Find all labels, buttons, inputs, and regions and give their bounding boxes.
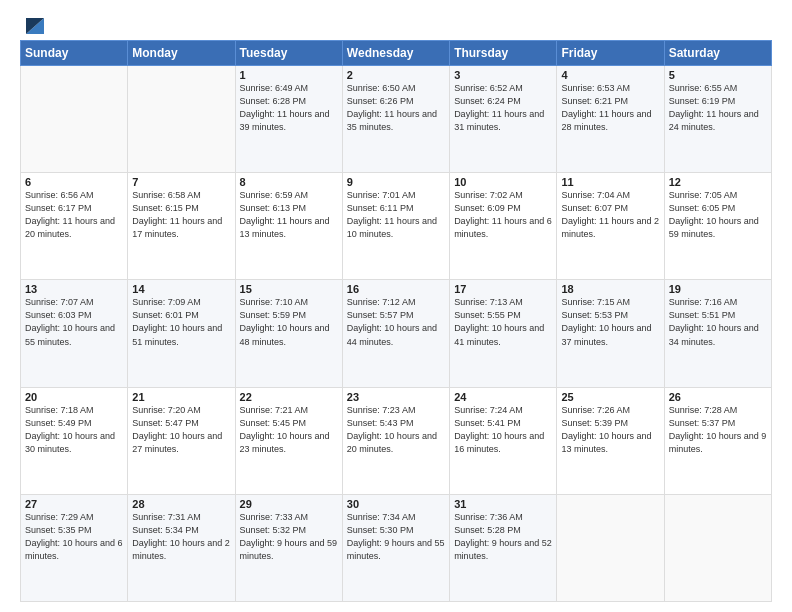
calendar-cell <box>557 494 664 601</box>
header <box>20 16 772 30</box>
col-header-sunday: Sunday <box>21 41 128 66</box>
day-number: 29 <box>240 498 338 510</box>
calendar-cell: 3Sunrise: 6:52 AMSunset: 6:24 PMDaylight… <box>450 66 557 173</box>
day-number: 15 <box>240 283 338 295</box>
day-number: 26 <box>669 391 767 403</box>
day-info: Sunrise: 6:50 AMSunset: 6:26 PMDaylight:… <box>347 82 445 134</box>
day-info: Sunrise: 7:31 AMSunset: 5:34 PMDaylight:… <box>132 511 230 563</box>
calendar-cell: 7Sunrise: 6:58 AMSunset: 6:15 PMDaylight… <box>128 173 235 280</box>
calendar-cell: 13Sunrise: 7:07 AMSunset: 6:03 PMDayligh… <box>21 280 128 387</box>
col-header-friday: Friday <box>557 41 664 66</box>
day-number: 2 <box>347 69 445 81</box>
day-info: Sunrise: 7:29 AMSunset: 5:35 PMDaylight:… <box>25 511 123 563</box>
calendar-cell: 14Sunrise: 7:09 AMSunset: 6:01 PMDayligh… <box>128 280 235 387</box>
calendar-cell: 2Sunrise: 6:50 AMSunset: 6:26 PMDaylight… <box>342 66 449 173</box>
calendar-cell: 30Sunrise: 7:34 AMSunset: 5:30 PMDayligh… <box>342 494 449 601</box>
calendar-cell: 21Sunrise: 7:20 AMSunset: 5:47 PMDayligh… <box>128 387 235 494</box>
calendar-cell: 12Sunrise: 7:05 AMSunset: 6:05 PMDayligh… <box>664 173 771 280</box>
day-number: 8 <box>240 176 338 188</box>
day-info: Sunrise: 7:04 AMSunset: 6:07 PMDaylight:… <box>561 189 659 241</box>
calendar-header-row: SundayMondayTuesdayWednesdayThursdayFrid… <box>21 41 772 66</box>
calendar-cell: 27Sunrise: 7:29 AMSunset: 5:35 PMDayligh… <box>21 494 128 601</box>
calendar-cell: 29Sunrise: 7:33 AMSunset: 5:32 PMDayligh… <box>235 494 342 601</box>
calendar-cell: 31Sunrise: 7:36 AMSunset: 5:28 PMDayligh… <box>450 494 557 601</box>
day-number: 19 <box>669 283 767 295</box>
page: SundayMondayTuesdayWednesdayThursdayFrid… <box>0 0 792 612</box>
day-number: 16 <box>347 283 445 295</box>
col-header-saturday: Saturday <box>664 41 771 66</box>
day-info: Sunrise: 7:34 AMSunset: 5:30 PMDaylight:… <box>347 511 445 563</box>
col-header-tuesday: Tuesday <box>235 41 342 66</box>
day-info: Sunrise: 6:56 AMSunset: 6:17 PMDaylight:… <box>25 189 123 241</box>
col-header-thursday: Thursday <box>450 41 557 66</box>
calendar-cell: 16Sunrise: 7:12 AMSunset: 5:57 PMDayligh… <box>342 280 449 387</box>
calendar-cell: 1Sunrise: 6:49 AMSunset: 6:28 PMDaylight… <box>235 66 342 173</box>
day-info: Sunrise: 6:58 AMSunset: 6:15 PMDaylight:… <box>132 189 230 241</box>
day-info: Sunrise: 7:16 AMSunset: 5:51 PMDaylight:… <box>669 296 767 348</box>
day-number: 6 <box>25 176 123 188</box>
day-info: Sunrise: 7:01 AMSunset: 6:11 PMDaylight:… <box>347 189 445 241</box>
day-number: 13 <box>25 283 123 295</box>
day-number: 28 <box>132 498 230 510</box>
calendar-cell: 22Sunrise: 7:21 AMSunset: 5:45 PMDayligh… <box>235 387 342 494</box>
day-number: 7 <box>132 176 230 188</box>
day-number: 31 <box>454 498 552 510</box>
calendar-cell: 18Sunrise: 7:15 AMSunset: 5:53 PMDayligh… <box>557 280 664 387</box>
calendar-cell: 5Sunrise: 6:55 AMSunset: 6:19 PMDaylight… <box>664 66 771 173</box>
calendar-cell: 8Sunrise: 6:59 AMSunset: 6:13 PMDaylight… <box>235 173 342 280</box>
day-number: 25 <box>561 391 659 403</box>
day-info: Sunrise: 7:18 AMSunset: 5:49 PMDaylight:… <box>25 404 123 456</box>
calendar-cell: 6Sunrise: 6:56 AMSunset: 6:17 PMDaylight… <box>21 173 128 280</box>
calendar-cell: 17Sunrise: 7:13 AMSunset: 5:55 PMDayligh… <box>450 280 557 387</box>
logo-icon <box>22 16 44 36</box>
day-number: 30 <box>347 498 445 510</box>
day-info: Sunrise: 7:26 AMSunset: 5:39 PMDaylight:… <box>561 404 659 456</box>
calendar-cell: 25Sunrise: 7:26 AMSunset: 5:39 PMDayligh… <box>557 387 664 494</box>
day-info: Sunrise: 7:23 AMSunset: 5:43 PMDaylight:… <box>347 404 445 456</box>
calendar-week-5: 27Sunrise: 7:29 AMSunset: 5:35 PMDayligh… <box>21 494 772 601</box>
day-info: Sunrise: 6:55 AMSunset: 6:19 PMDaylight:… <box>669 82 767 134</box>
calendar-cell <box>21 66 128 173</box>
day-number: 20 <box>25 391 123 403</box>
day-number: 22 <box>240 391 338 403</box>
day-info: Sunrise: 6:53 AMSunset: 6:21 PMDaylight:… <box>561 82 659 134</box>
day-number: 4 <box>561 69 659 81</box>
day-info: Sunrise: 7:20 AMSunset: 5:47 PMDaylight:… <box>132 404 230 456</box>
calendar-cell <box>664 494 771 601</box>
calendar-week-3: 13Sunrise: 7:07 AMSunset: 6:03 PMDayligh… <box>21 280 772 387</box>
col-header-wednesday: Wednesday <box>342 41 449 66</box>
day-number: 27 <box>25 498 123 510</box>
col-header-monday: Monday <box>128 41 235 66</box>
calendar-table: SundayMondayTuesdayWednesdayThursdayFrid… <box>20 40 772 602</box>
day-info: Sunrise: 7:15 AMSunset: 5:53 PMDaylight:… <box>561 296 659 348</box>
calendar-cell <box>128 66 235 173</box>
day-info: Sunrise: 6:59 AMSunset: 6:13 PMDaylight:… <box>240 189 338 241</box>
day-info: Sunrise: 7:28 AMSunset: 5:37 PMDaylight:… <box>669 404 767 456</box>
day-info: Sunrise: 7:33 AMSunset: 5:32 PMDaylight:… <box>240 511 338 563</box>
calendar-cell: 9Sunrise: 7:01 AMSunset: 6:11 PMDaylight… <box>342 173 449 280</box>
day-info: Sunrise: 6:52 AMSunset: 6:24 PMDaylight:… <box>454 82 552 134</box>
calendar-cell: 4Sunrise: 6:53 AMSunset: 6:21 PMDaylight… <box>557 66 664 173</box>
day-info: Sunrise: 7:07 AMSunset: 6:03 PMDaylight:… <box>25 296 123 348</box>
day-info: Sunrise: 7:13 AMSunset: 5:55 PMDaylight:… <box>454 296 552 348</box>
calendar-cell: 24Sunrise: 7:24 AMSunset: 5:41 PMDayligh… <box>450 387 557 494</box>
calendar-cell: 19Sunrise: 7:16 AMSunset: 5:51 PMDayligh… <box>664 280 771 387</box>
day-number: 12 <box>669 176 767 188</box>
day-info: Sunrise: 7:21 AMSunset: 5:45 PMDaylight:… <box>240 404 338 456</box>
day-info: Sunrise: 7:36 AMSunset: 5:28 PMDaylight:… <box>454 511 552 563</box>
day-number: 23 <box>347 391 445 403</box>
day-number: 24 <box>454 391 552 403</box>
day-number: 21 <box>132 391 230 403</box>
day-number: 18 <box>561 283 659 295</box>
day-info: Sunrise: 7:05 AMSunset: 6:05 PMDaylight:… <box>669 189 767 241</box>
calendar-week-4: 20Sunrise: 7:18 AMSunset: 5:49 PMDayligh… <box>21 387 772 494</box>
calendar-cell: 26Sunrise: 7:28 AMSunset: 5:37 PMDayligh… <box>664 387 771 494</box>
day-number: 17 <box>454 283 552 295</box>
calendar-cell: 10Sunrise: 7:02 AMSunset: 6:09 PMDayligh… <box>450 173 557 280</box>
day-info: Sunrise: 7:24 AMSunset: 5:41 PMDaylight:… <box>454 404 552 456</box>
calendar-cell: 23Sunrise: 7:23 AMSunset: 5:43 PMDayligh… <box>342 387 449 494</box>
day-info: Sunrise: 7:12 AMSunset: 5:57 PMDaylight:… <box>347 296 445 348</box>
day-number: 1 <box>240 69 338 81</box>
calendar-week-2: 6Sunrise: 6:56 AMSunset: 6:17 PMDaylight… <box>21 173 772 280</box>
day-number: 9 <box>347 176 445 188</box>
